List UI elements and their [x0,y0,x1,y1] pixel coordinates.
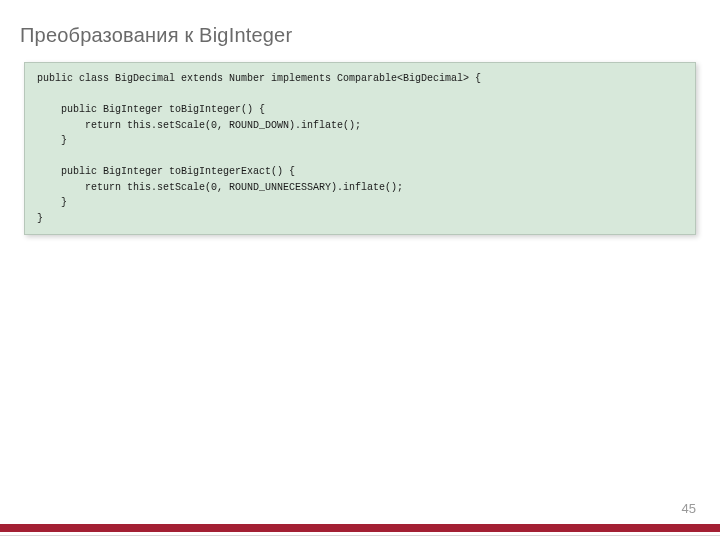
code-block: public class BigDecimal extends Number i… [24,62,696,235]
footer-accent-bar [0,524,720,532]
footer-underline [0,535,720,536]
code-content: public class BigDecimal extends Number i… [37,71,683,226]
page-number: 45 [682,501,696,516]
slide-title: Преобразования к BigInteger [20,24,292,47]
slide: Преобразования к BigInteger public class… [0,0,720,540]
